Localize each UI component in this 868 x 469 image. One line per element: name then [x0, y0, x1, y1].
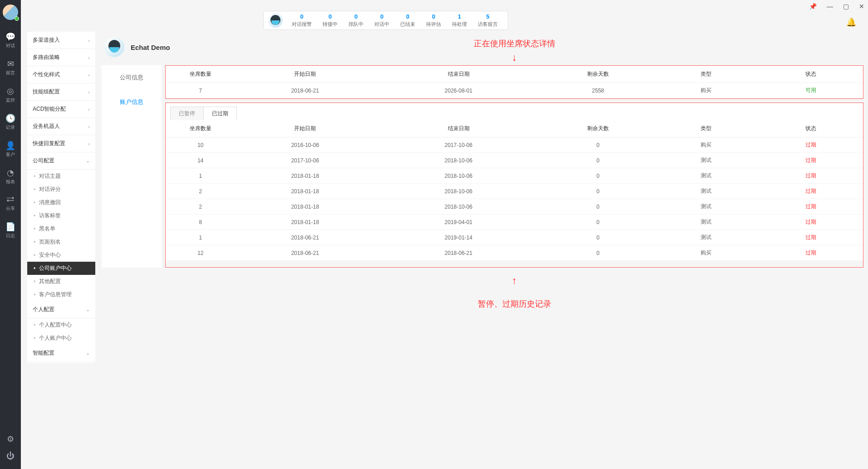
sub-item-smart-0[interactable]: 对话响应智能报警 — [27, 362, 95, 363]
status-item-2[interactable]: 0排队中 — [343, 13, 369, 28]
sub-item-company-4[interactable]: 黑名单 — [27, 222, 95, 235]
td: 12 — [166, 245, 235, 261]
td: 2018-10-06 — [375, 153, 542, 168]
td: 0 — [542, 137, 654, 153]
status-label: 访客留言 — [478, 21, 498, 28]
rail-item-4[interactable]: 👤客户 — [0, 141, 21, 158]
rail-icon: ⚙ — [0, 434, 21, 444]
rail-icon: ⏻ — [0, 451, 21, 461]
arrow-down-icon: ↓ — [512, 52, 517, 64]
menu-group-5[interactable]: 业务机器人› — [27, 118, 95, 135]
rail-bottom-0[interactable]: ⚙ — [0, 434, 21, 444]
menu-group-personal[interactable]: 个人配置⌄ — [27, 301, 95, 318]
online-dot-icon — [15, 16, 19, 21]
table-row: 72018-06-212026-08-012558购买可用 — [166, 83, 863, 98]
menu-label: 多渠道接入 — [33, 36, 60, 44]
pin-icon[interactable]: 📌 — [809, 3, 817, 10]
td: 14 — [166, 153, 235, 168]
sub-item-company-0[interactable]: 对话主题 — [27, 170, 95, 183]
status-num: 5 — [478, 13, 498, 20]
status-num: 0 — [374, 13, 389, 20]
rail-item-7[interactable]: 📄日志 — [0, 222, 21, 239]
bell-icon[interactable]: 🔔 — [846, 17, 856, 27]
history-box: 已暂停已过期 坐席数量开始日期结束日期剩余天数类型状态 102016-10-06… — [165, 103, 863, 268]
minimize-icon[interactable]: — — [827, 3, 833, 10]
sub-item-personal-0[interactable]: 个人配置中心 — [27, 318, 95, 332]
rail-icon: ◎ — [0, 86, 21, 96]
menu-group-6[interactable]: 快捷回复配置› — [27, 135, 95, 152]
menu-group-smart[interactable]: 智能配置⌄ — [27, 345, 95, 362]
td: 1 — [166, 230, 235, 245]
td: 过期 — [758, 199, 863, 215]
status-item-7[interactable]: 5访客留言 — [472, 13, 503, 28]
td: 购买 — [654, 83, 759, 98]
menu-group-company[interactable]: 公司配置⌄ — [27, 152, 95, 170]
td: 7 — [166, 83, 235, 98]
td: 1 — [166, 168, 235, 184]
menu-label: 业务机器人 — [33, 122, 60, 130]
annotation-top: 正在使用坐席状态详情 — [165, 38, 863, 49]
close-icon[interactable]: ✕ — [859, 3, 864, 10]
maximize-icon[interactable]: ▢ — [843, 3, 849, 10]
inner-tab-1[interactable]: 已过期 — [203, 107, 237, 120]
sub-item-company-1[interactable]: 对话评分 — [27, 183, 95, 196]
td: 2018-06-21 — [375, 245, 542, 261]
sub-item-personal-1[interactable]: 个人账户中心 — [27, 332, 95, 345]
inner-tab-0[interactable]: 已暂停 — [170, 107, 204, 120]
td: 过期 — [758, 230, 863, 245]
user-avatar[interactable] — [3, 5, 18, 20]
sub-item-company-3[interactable]: 访客标签 — [27, 209, 95, 222]
menu-label: 个人配置 — [33, 306, 54, 313]
td: 测试 — [654, 184, 759, 199]
sub-item-company-7[interactable]: 公司账户中心 — [27, 262, 95, 275]
menu-group-3[interactable]: 技能组配置› — [27, 83, 95, 101]
menu-group-1[interactable]: 多路由策略› — [27, 49, 95, 66]
sub-item-company-8[interactable]: 其他配置 — [27, 275, 95, 288]
rail-item-1[interactable]: ✉留言 — [0, 59, 21, 76]
main-content: Echat Demo 公司信息账户信息 正在使用坐席状态详情 ↓ 坐席数量开始日… — [102, 33, 863, 268]
rail-item-5[interactable]: ◔报表 — [0, 168, 21, 185]
td: 2558 — [542, 83, 654, 98]
menu-group-4[interactable]: ACD智能分配› — [27, 101, 95, 118]
status-item-0[interactable]: 0对话报警 — [286, 13, 317, 28]
chevron-icon: ⌄ — [86, 307, 90, 313]
table-row: 12018-06-212019-01-140测试过期 — [166, 230, 863, 245]
th: 剩余天数 — [542, 66, 654, 83]
menu-group-2[interactable]: 个性化样式› — [27, 66, 95, 83]
menu-group-0[interactable]: 多渠道接入› — [27, 32, 95, 49]
chevron-icon: › — [88, 124, 90, 129]
rail-icon: ✉ — [0, 59, 21, 69]
rail-item-2[interactable]: ◎监控 — [0, 86, 21, 103]
status-item-6[interactable]: 1待处理 — [446, 13, 472, 28]
left-tabs: 公司信息账户信息 — [102, 65, 162, 268]
chevron-icon: › — [88, 89, 90, 95]
status-item-3[interactable]: 0对话中 — [369, 13, 395, 28]
rail-item-3[interactable]: 🕓记录 — [0, 113, 21, 131]
annotation-bottom: 暂停、过期历史记录 — [165, 298, 863, 309]
sub-item-company-6[interactable]: 安全中心 — [27, 249, 95, 262]
rail-bottom-1[interactable]: ⏻ — [0, 451, 21, 461]
company-avatar-icon — [104, 37, 124, 57]
status-item-1[interactable]: 0转接中 — [317, 13, 343, 28]
table-row: 82018-01-182019-04-010测试过期 — [166, 215, 863, 230]
td: 10 — [166, 137, 235, 153]
left-tab-0[interactable]: 公司信息 — [102, 65, 162, 90]
table-row: 102016-10-062017-10-060购买过期 — [166, 137, 863, 153]
sub-item-company-2[interactable]: 消息撤回 — [27, 196, 95, 209]
company-name: Echat Demo — [131, 44, 170, 51]
td: 2018-01-18 — [235, 168, 375, 184]
sub-item-company-5[interactable]: 页面别名 — [27, 235, 95, 249]
sub-item-company-9[interactable]: 客户信息管理 — [27, 288, 95, 301]
td: 2018-01-18 — [235, 199, 375, 215]
td: 0 — [542, 168, 654, 184]
rail-item-0[interactable]: 💬对话 — [0, 32, 21, 49]
td: 测试 — [654, 199, 759, 215]
td: 过期 — [758, 184, 863, 199]
status-item-5[interactable]: 0待评估 — [421, 13, 446, 28]
td: 测试 — [654, 230, 759, 245]
rail-item-6[interactable]: ⮂分享 — [0, 195, 21, 212]
chevron-icon: ⌄ — [86, 350, 90, 356]
left-tab-1[interactable]: 账户信息 — [102, 90, 162, 114]
status-item-4[interactable]: 0已结束 — [395, 13, 421, 28]
status-num: 0 — [348, 13, 363, 20]
